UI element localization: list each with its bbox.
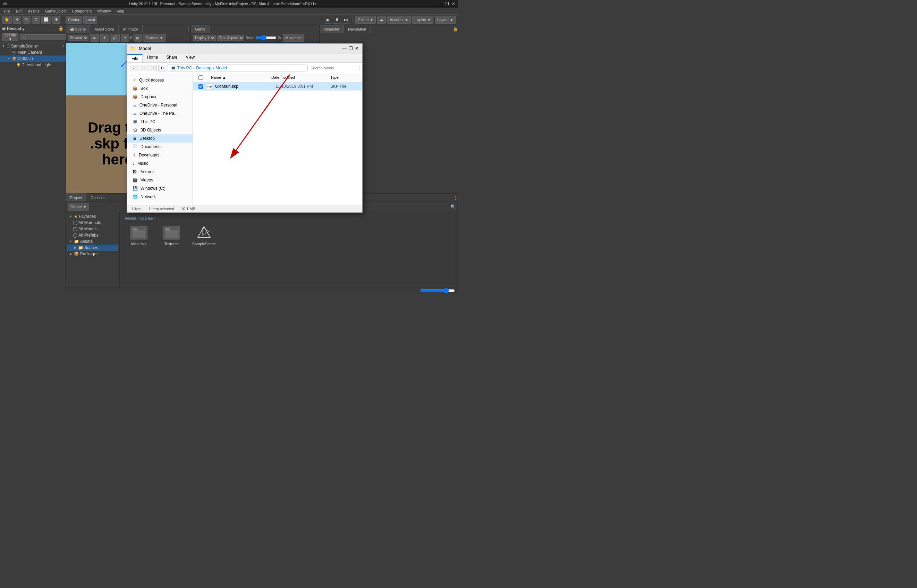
minimize-btn[interactable]: — (438, 2, 442, 6)
fe-sidebar-3dobjects[interactable]: 🎲 3D Objects (127, 126, 192, 134)
assets-section[interactable]: ▼ 📁 Assets (67, 238, 118, 245)
rect-tool[interactable]: ⬜ (41, 16, 51, 24)
menu-help[interactable]: Help (113, 9, 127, 13)
fe-search-input[interactable] (307, 65, 360, 71)
layers-btn[interactable]: Layers ▼ (412, 16, 433, 24)
fe-sidebar-desktop[interactable]: 🖥 Desktop (127, 134, 192, 142)
project-create-btn[interactable]: Create ▼ (68, 203, 89, 210)
tab-console[interactable]: Console (86, 194, 109, 202)
fe-sidebar-box[interactable]: 📦 Box (127, 84, 192, 93)
fe-address-bar[interactable]: 💻 This PC › Desktop › Model (168, 65, 306, 71)
pause-btn[interactable]: ⏸ (333, 16, 341, 24)
file-checkbox[interactable] (199, 84, 203, 89)
collab-btn[interactable]: Collab ▼ (355, 16, 376, 24)
select-all-checkbox[interactable] (199, 75, 203, 80)
hierarchy-search[interactable] (20, 34, 69, 40)
gizmos-btn[interactable]: Gizmos ▼ (143, 34, 166, 42)
step-btn[interactable]: ⏭ (342, 16, 350, 24)
fe-sidebar-windows-c[interactable]: 💾 Windows (C:) (127, 184, 192, 192)
tab-scene[interactable]: 🏔 Scene (66, 25, 90, 33)
hierarchy-lock-btn[interactable]: 🔒 (58, 26, 63, 31)
tab-project[interactable]: Project (66, 194, 86, 202)
account-btn[interactable]: Account ▼ (387, 16, 411, 24)
fe-sidebar-onedrive-org[interactable]: ☁ OneDrive - The Pa... (127, 109, 192, 118)
fe-back-btn[interactable]: ← (130, 65, 139, 71)
menu-gameobject[interactable]: GameObject (42, 9, 69, 13)
fe-up-btn[interactable]: ↑ (150, 65, 157, 71)
all-prefabs-item[interactable]: ◯ All Prefabs (67, 232, 118, 238)
tab-inspector[interactable]: Inspector (320, 25, 344, 33)
pivot-center-btn[interactable]: Center (66, 16, 82, 24)
breadcrumb-scenes[interactable]: Scenes (140, 216, 153, 220)
fe-sidebar-pictures[interactable]: 🖼 Pictures (127, 168, 192, 176)
game-panel-options[interactable]: ⋮ (315, 27, 319, 32)
fe-close[interactable]: ✕ (355, 46, 359, 51)
packages-section[interactable]: ▶ 📦 Packages (67, 251, 118, 257)
fe-sidebar-dropbox[interactable]: 📦 Dropbox (127, 93, 192, 101)
scenes-item[interactable]: ▶ 📁 Scenes (67, 245, 118, 251)
tab-navigation[interactable]: Navigation (344, 25, 371, 33)
fe-sidebar-network[interactable]: 🌐 Network (127, 192, 192, 201)
tab-animator[interactable]: Animator (119, 25, 143, 33)
lighting-btn[interactable]: ☀ (100, 34, 108, 42)
menu-component[interactable]: Component (69, 9, 94, 13)
menu-assets[interactable]: Assets (25, 9, 42, 13)
tab-asset-store[interactable]: Asset Store (90, 25, 119, 33)
effects-btn[interactable]: ✦ (121, 34, 129, 42)
shading-dropdown[interactable]: Shaded (68, 35, 89, 41)
fe-file-row-oldmain[interactable]: skp OldMain.skp 11/10/2019 3:01 PM SKP F… (193, 82, 362, 90)
scale-slider[interactable] (256, 35, 276, 40)
fe-tab-share[interactable]: Share (162, 53, 181, 63)
close-btn[interactable]: ✕ (452, 2, 455, 6)
cloud-btn[interactable]: ☁ (377, 16, 386, 24)
maximize-btn[interactable]: Maximize (283, 34, 304, 42)
fe-sidebar-videos[interactable]: 🎬 Videos (127, 176, 192, 184)
fe-refresh-btn[interactable]: ↻ (158, 65, 166, 71)
fe-tab-home[interactable]: Home (143, 53, 162, 63)
project-item-samplescene[interactable]: SampleScene (188, 223, 220, 249)
fe-sidebar-thispc[interactable]: 💻 This PC (127, 118, 192, 126)
fe-breadcrumb-desktop[interactable]: Desktop (196, 66, 211, 70)
play-btn[interactable]: ▶ (324, 16, 332, 24)
fe-maximize[interactable]: ❐ (349, 46, 353, 51)
project-item-materials[interactable]: Materials (123, 223, 154, 249)
fe-sidebar-documents[interactable]: 📄 Documents (127, 142, 192, 151)
menu-file[interactable]: File (2, 9, 13, 13)
fe-breadcrumb-model[interactable]: Model (215, 66, 227, 70)
fe-sidebar-quickaccess[interactable]: ★ Quick access (127, 76, 192, 84)
move-tool[interactable]: ✥ (13, 16, 21, 24)
menu-edit[interactable]: Edit (13, 9, 25, 13)
tab-game[interactable]: Game (191, 25, 210, 33)
pivot-local-btn[interactable]: Local (83, 16, 97, 24)
layout-btn[interactable]: Layout ▼ (435, 16, 456, 24)
rotate-tool[interactable]: ↻ (23, 16, 31, 24)
scene-panel-options[interactable]: ⋮ (186, 27, 191, 32)
scale-tool[interactable]: ⊡ (32, 16, 40, 24)
aspect-dropdown[interactable]: Free Aspect (217, 35, 244, 41)
2d-btn[interactable]: 2D (90, 34, 99, 42)
all-materials-item[interactable]: ◯ All Materials (67, 220, 118, 226)
zoom-slider[interactable] (420, 288, 455, 294)
scene-more-btn[interactable]: ⊞ (134, 34, 142, 42)
hand-tool[interactable]: ✋ (2, 16, 12, 24)
audio-btn[interactable]: 🔊 (110, 34, 120, 42)
fe-sidebar-music[interactable]: ♪ Music (127, 159, 192, 168)
hierarchy-item-dirlight[interactable]: 💡 Directional Light (0, 62, 66, 68)
hierarchy-item-oldmain[interactable]: ▼ 📦 OldMain (0, 55, 66, 62)
fe-tab-file[interactable]: File (127, 54, 143, 63)
menu-window[interactable]: Window (94, 9, 113, 13)
project-item-textures[interactable]: Textures (156, 223, 187, 249)
fe-sidebar-downloads[interactable]: ⬇ Downloads (127, 151, 192, 159)
breadcrumb-assets[interactable]: Assets (124, 216, 136, 220)
all-models-item[interactable]: ◯ All Models (67, 226, 118, 232)
favorites-section[interactable]: ▼ ★ Favorites (67, 213, 118, 220)
maximize-btn[interactable]: ❐ (445, 2, 449, 6)
hierarchy-item-maincamera[interactable]: 📷 Main Camera (0, 49, 66, 55)
col-name-header[interactable]: Name ▲ (211, 75, 265, 80)
project-panel-options[interactable]: ⋮ (454, 195, 458, 200)
inspector-lock-btn[interactable]: 🔒 (453, 27, 458, 32)
col-type-header[interactable]: Type (330, 75, 358, 80)
hierarchy-create-btn[interactable]: Create ▼ (2, 33, 18, 41)
fe-minimize[interactable]: — (342, 46, 347, 51)
fe-sidebar-onedrive-personal[interactable]: ☁ OneDrive - Personal (127, 101, 192, 109)
